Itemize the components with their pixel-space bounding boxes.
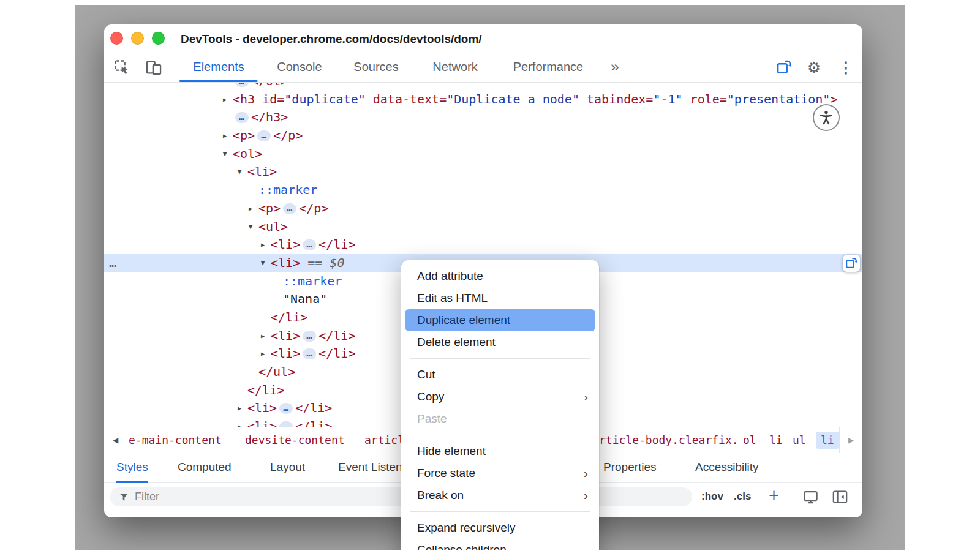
panel-tab-styles[interactable]: Styles	[116, 453, 148, 483]
dom-node-row[interactable]: ▼<ul>	[104, 218, 862, 236]
zoom-button[interactable]	[152, 32, 165, 45]
menu-item-break-on[interactable]: Break on›	[401, 484, 599, 506]
dom-node-row[interactable]: ▶<p>…</p>	[104, 200, 862, 218]
menu-item-edit-as-html[interactable]: Edit as HTML	[401, 287, 599, 309]
val-token: "-1"	[653, 92, 682, 107]
dom-node-row[interactable]: …</ol>	[104, 83, 862, 91]
menu-item-delete-element[interactable]: Delete element	[401, 331, 599, 353]
inline-expand-button[interactable]: …	[235, 83, 249, 87]
expand-arrow-icon[interactable]: ▶	[257, 327, 268, 345]
collapse-arrow-icon[interactable]: ▼	[219, 145, 230, 163]
tab-performance[interactable]: Performance	[500, 53, 597, 82]
dom-node-row[interactable]: ▼<li>	[104, 163, 862, 181]
menu-item-label: Copy	[417, 390, 444, 403]
menu-item-hide-element[interactable]: Hide element	[401, 440, 599, 462]
menu-item-copy[interactable]: Copy›	[401, 386, 599, 408]
menu-item-collapse-children[interactable]: Collapse children	[401, 539, 599, 550]
val-token: "presentation"	[727, 92, 831, 107]
menu-item-cut[interactable]: Cut	[401, 364, 599, 386]
kebab-menu-icon[interactable]: ⋮	[837, 53, 855, 82]
val-token: "duplicate"	[284, 92, 365, 107]
capture-element-badge[interactable]	[843, 255, 860, 272]
rendering-emulations-icon[interactable]	[802, 489, 819, 505]
menu-item-duplicate-element[interactable]: Duplicate element	[405, 309, 595, 331]
breadcrumb-item-ol[interactable]: ol	[743, 427, 756, 453]
menu-item-add-attribute[interactable]: Add attribute	[401, 265, 599, 287]
desktop-background: DevTools - developer.chrome.com/docs/dev…	[75, 5, 905, 550]
tab-network[interactable]: Network	[419, 53, 491, 82]
capture-element-icon[interactable]	[775, 59, 793, 76]
tab-sources[interactable]: Sources	[340, 53, 412, 82]
dom-node-row[interactable]: ::marker	[104, 181, 862, 200]
dom-node-row[interactable]: ▶<h3 id="duplicate" data-text="Duplicate…	[104, 91, 862, 109]
breadcrumb-item-e-main-content[interactable]: e-main-content	[129, 427, 222, 453]
toggle-pseudo-state-button[interactable]: :hov	[701, 483, 723, 511]
plain-token	[300, 255, 307, 270]
more-tabs-icon[interactable]: »	[611, 53, 617, 81]
inline-expand-button[interactable]: …	[283, 203, 296, 214]
breadcrumb-scroll-left-button[interactable]: ◀	[104, 427, 127, 453]
inline-expand-button[interactable]: …	[279, 403, 293, 414]
expand-arrow-icon[interactable]: ▶	[219, 91, 230, 109]
breadcrumb-item-devsite-content[interactable]: devsite-content	[245, 427, 345, 453]
panel-tab-layout[interactable]: Layout	[270, 453, 305, 483]
toggle-sidebar-icon[interactable]	[832, 489, 848, 505]
collapse-arrow-icon[interactable]: ▼	[234, 163, 245, 181]
breadcrumb-item-li-selected[interactable]: li	[816, 432, 839, 449]
dom-node-row[interactable]: …</h3>	[104, 108, 862, 127]
inline-expand-button[interactable]: …	[279, 421, 293, 427]
accessibility-person-icon[interactable]	[813, 104, 840, 131]
menu-item-label: Collapse children	[417, 543, 507, 550]
expand-arrow-icon[interactable]: ▶	[234, 418, 245, 427]
inline-expand-button[interactable]: …	[257, 130, 271, 141]
tab-elements[interactable]: Elements	[179, 53, 257, 82]
settings-gear-icon[interactable]: ⚙	[805, 53, 823, 82]
attr-token: data-text=	[366, 92, 447, 107]
dom-node-row[interactable]: ▶<li>…</li>	[104, 236, 862, 254]
dom-node-row[interactable]: ▶<p>…</p>	[104, 127, 862, 145]
device-toolbar-icon[interactable]	[145, 59, 162, 76]
menu-item-expand-recursively[interactable]: Expand recursively	[401, 517, 599, 539]
breadcrumb-item-ul[interactable]: ul	[793, 427, 806, 453]
expand-arrow-icon[interactable]: ▶	[234, 399, 245, 418]
tag-token: </li>	[295, 419, 332, 427]
inline-expand-button[interactable]: …	[235, 112, 249, 123]
collapse-arrow-icon[interactable]: ▼	[245, 218, 256, 236]
new-style-rule-button[interactable]: +	[769, 483, 779, 509]
context-menu: Add attributeEdit as HTMLDuplicate eleme…	[401, 260, 599, 550]
dom-node-row[interactable]: ▼<ol>	[104, 145, 862, 163]
expand-arrow-icon[interactable]: ▶	[257, 345, 268, 363]
tab-console[interactable]: Console	[263, 53, 335, 82]
expand-arrow-icon[interactable]: ▶	[257, 236, 268, 254]
breadcrumb-item-rticle-body-clearfix[interactable]: rticle-body.clearfix.	[599, 427, 739, 453]
menu-item-force-state[interactable]: Force state›	[401, 462, 599, 484]
expand-arrow-icon[interactable]: ▶	[245, 200, 256, 218]
close-button[interactable]	[110, 32, 123, 45]
attr-token: id=	[255, 92, 284, 107]
panel-tab-properties[interactable]: Properties	[603, 453, 657, 483]
breadcrumb-item-li[interactable]: li	[769, 427, 783, 453]
inline-expand-button[interactable]: …	[303, 239, 316, 250]
inline-expand-button[interactable]: …	[303, 348, 316, 359]
breadcrumb-scroll-right-button[interactable]: ▶	[839, 427, 862, 453]
pseudo-token: ::marker	[258, 182, 317, 197]
expand-arrow-icon[interactable]: ▶	[219, 127, 230, 145]
minimize-button[interactable]	[131, 32, 144, 45]
panel-tab-accessibility[interactable]: Accessibility	[695, 453, 758, 483]
row-overflow-dots-icon[interactable]: …	[109, 254, 116, 271]
tag-token: <ol>	[233, 146, 262, 161]
tag-token: <li>	[247, 400, 277, 415]
tag-token: <li>	[247, 164, 277, 179]
menu-item-label: Expand recursively	[417, 521, 516, 534]
tag-token: </li>	[318, 328, 355, 343]
window-title: DevTools - developer.chrome.com/docs/dev…	[181, 24, 482, 54]
tag-token: <ul>	[258, 219, 288, 234]
menu-item-label: Edit as HTML	[417, 291, 488, 304]
panel-tab-computed[interactable]: Computed	[178, 453, 232, 483]
screenshot-stage: DevTools - developer.chrome.com/docs/dev…	[0, 0, 980, 556]
pseudo-token: ::marker	[283, 274, 342, 288]
toggle-class-button[interactable]: .cls	[734, 483, 751, 511]
inspect-cursor-icon[interactable]	[113, 59, 130, 76]
collapse-arrow-icon[interactable]: ▼	[257, 254, 268, 272]
inline-expand-button[interactable]: …	[303, 331, 316, 342]
